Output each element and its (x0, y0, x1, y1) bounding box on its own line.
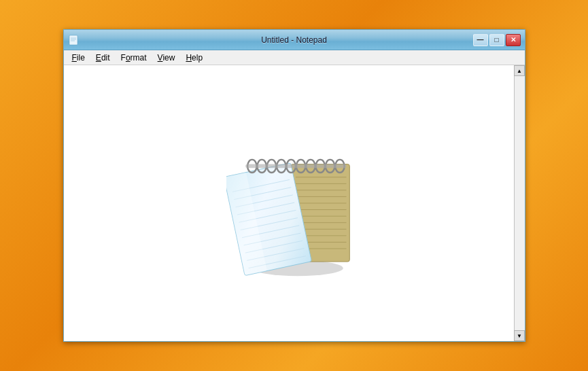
scroll-track[interactable] (515, 76, 524, 330)
menu-bar: File Edit Format View Help (64, 50, 525, 65)
menu-format-label: Format (121, 53, 147, 63)
svg-rect-41 (245, 164, 346, 169)
scroll-down-arrow[interactable]: ▼ (514, 330, 525, 341)
menu-edit-label: Edit (96, 53, 110, 63)
title-bar-controls: — □ ✕ (473, 34, 521, 46)
menu-file-label: File (72, 53, 85, 63)
menu-help-label: Help (186, 53, 203, 63)
minimize-button[interactable]: — (473, 34, 488, 46)
scroll-up-arrow[interactable]: ▲ (514, 65, 525, 76)
maximize-button[interactable]: □ (489, 34, 504, 46)
notepad-app-icon (68, 35, 79, 46)
vertical-scrollbar[interactable]: ▲ ▼ (514, 65, 525, 341)
window-title: Untitled - Notepad (261, 35, 327, 45)
title-bar-left (68, 35, 79, 46)
title-bar: Untitled - Notepad — □ ✕ (64, 30, 525, 50)
close-button[interactable]: ✕ (506, 34, 521, 46)
notepad-window: Untitled - Notepad — □ ✕ File Edit Forma… (63, 29, 525, 342)
content-area[interactable]: ▲ ▼ (64, 65, 525, 341)
menu-help[interactable]: Help (180, 52, 208, 64)
menu-edit[interactable]: Edit (90, 52, 116, 64)
menu-view-label: View (158, 53, 175, 63)
menu-view[interactable]: View (152, 52, 181, 64)
menu-format[interactable]: Format (116, 52, 152, 64)
svg-rect-0 (69, 35, 77, 45)
menu-file[interactable]: File (67, 52, 90, 64)
notepad-illustration (226, 128, 362, 278)
